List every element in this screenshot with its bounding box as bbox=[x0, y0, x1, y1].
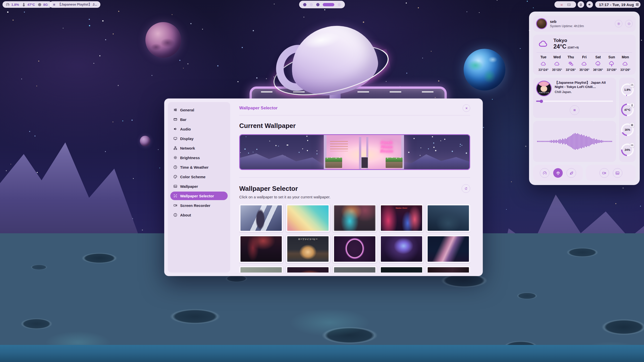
wallpaper-thumb-arcade-alley[interactable]: Game Over bbox=[380, 204, 423, 232]
leaf-icon bbox=[569, 171, 574, 175]
sidebar-item-wallpaper-selector[interactable]: Wallpaper Selector bbox=[170, 192, 228, 200]
wallpaper-thumb-pastel-gradient[interactable] bbox=[286, 204, 330, 232]
waveform-bar bbox=[589, 137, 590, 147]
apps-grid-icon bbox=[635, 3, 639, 6]
wallpaper-thumb-image bbox=[334, 267, 375, 273]
waveform-bar bbox=[543, 141, 544, 142]
wallpaper-thumb-nebula-forest[interactable] bbox=[380, 235, 423, 263]
close-button[interactable] bbox=[463, 104, 470, 112]
forecast-day-label: Thu bbox=[564, 55, 578, 59]
wallpaper-thumb-image bbox=[428, 205, 469, 231]
notifications-button[interactable] bbox=[578, 1, 584, 8]
waveform-bar bbox=[584, 135, 585, 148]
media-progress-slider[interactable] bbox=[536, 100, 613, 103]
waveform-bar bbox=[596, 139, 597, 144]
cloud-icon bbox=[537, 39, 550, 49]
palette-icon bbox=[173, 175, 177, 179]
sidebar-item-color-scheme[interactable]: Color Scheme bbox=[170, 172, 228, 181]
cloud-icon bbox=[541, 61, 546, 67]
workspace-2[interactable] bbox=[310, 3, 313, 6]
waveform-bar bbox=[565, 138, 566, 145]
settings-button[interactable] bbox=[615, 20, 622, 27]
monitor-icon bbox=[173, 137, 177, 141]
power-button[interactable] bbox=[625, 20, 633, 27]
speaker-icon bbox=[588, 3, 591, 6]
refresh-button[interactable] bbox=[462, 184, 470, 193]
wallpaper-thumb-dark-teal[interactable] bbox=[380, 266, 423, 273]
window-title: Wallpaper Selector bbox=[239, 106, 277, 111]
waveform-bar bbox=[550, 141, 551, 142]
wallpaper-thumb-grey-mist[interactable] bbox=[333, 266, 377, 273]
workspace-4[interactable] bbox=[323, 3, 334, 6]
media-title: 【Japanese Playlist】 Japan All Night - To… bbox=[555, 81, 613, 89]
settings-sidebar: GeneralBarAudioDisplayNetworkBrightnessT… bbox=[168, 102, 230, 273]
sidebar-item-wallpaper[interactable]: Wallpaper bbox=[170, 182, 228, 191]
sidebar-item-brightness[interactable]: Brightness bbox=[170, 153, 228, 162]
sidebar-item-time-weather[interactable]: Time & Weather bbox=[170, 163, 228, 171]
power-profile-power-saver-button[interactable] bbox=[567, 168, 576, 178]
wallpaper-thumb-snowy-castle[interactable] bbox=[426, 204, 470, 232]
surface-glow bbox=[289, 309, 370, 336]
waveform-bar bbox=[590, 138, 591, 145]
forecast-day-label: Sun bbox=[605, 55, 618, 59]
wallpaper-thumb-crimson-forest[interactable] bbox=[239, 235, 283, 263]
sidebar-item-label: Bar bbox=[180, 117, 186, 122]
sidebar-item-general[interactable]: General bbox=[170, 106, 228, 114]
system-stats-widget[interactable]: 1.8% 47°C 8G bbox=[3, 1, 52, 8]
workspace-3[interactable] bbox=[316, 3, 319, 6]
waveform-bar bbox=[548, 141, 549, 142]
workspaces-widget bbox=[299, 1, 345, 8]
wallpaper-button[interactable] bbox=[613, 168, 622, 178]
wallpaper-thumb-violet-ring[interactable] bbox=[333, 235, 377, 263]
waveform-bar bbox=[606, 141, 607, 142]
sidebar-item-display[interactable]: Display bbox=[170, 134, 228, 143]
waveform-bar bbox=[605, 141, 606, 142]
sidebar-item-bar[interactable]: Bar bbox=[170, 115, 228, 124]
wallpaper-grid: Game Overローファイコーヒー bbox=[239, 204, 470, 273]
forecast-day-thu: Thu33°/26° bbox=[564, 55, 578, 72]
preview-stars bbox=[240, 135, 240, 135]
photo-icon[interactable] bbox=[567, 3, 571, 7]
sidebar-item-audio[interactable]: Audio bbox=[170, 125, 228, 133]
sidebar-item-label: Screen Recorder bbox=[180, 203, 210, 208]
waveform-bar bbox=[541, 141, 542, 142]
settings-header: Wallpaper Selector bbox=[239, 104, 470, 113]
power-profile-performance-button[interactable] bbox=[540, 168, 549, 178]
current-wallpaper-preview: FreshMoonBeans bbox=[239, 134, 470, 170]
sidebar-item-about[interactable]: About bbox=[170, 211, 228, 219]
wallpaper-thumb-image bbox=[381, 236, 422, 262]
gauge-icon bbox=[631, 84, 633, 86]
sidebar-item-label: Wallpaper Selector bbox=[180, 194, 214, 198]
wallpaper-thumb-mesh-waves[interactable] bbox=[426, 235, 470, 263]
workspace-5[interactable] bbox=[338, 3, 341, 6]
gauge-icon bbox=[630, 83, 634, 87]
menu-board bbox=[361, 157, 368, 168]
claw-icon[interactable] bbox=[560, 3, 564, 7]
volume-button[interactable] bbox=[586, 1, 593, 8]
waveform-bar bbox=[591, 138, 592, 145]
avatar bbox=[536, 18, 547, 29]
system-tray bbox=[554, 1, 576, 8]
sidebar-item-network[interactable]: Network bbox=[170, 144, 228, 152]
play-pause-button[interactable] bbox=[570, 105, 579, 115]
media-chip[interactable]: 【Japanese Playlist】 J... bbox=[49, 1, 100, 8]
waveform-bar bbox=[611, 141, 612, 142]
sidebar-item-screen-recorder[interactable]: Screen Recorder bbox=[170, 201, 228, 210]
wallpaper-thumb-anime-crosswalk[interactable] bbox=[239, 204, 283, 232]
workspace-1[interactable] bbox=[303, 3, 306, 6]
slider-thumb[interactable] bbox=[540, 100, 543, 103]
power-icon bbox=[627, 22, 631, 25]
wallpaper-thumb-autumn-night[interactable] bbox=[286, 266, 330, 273]
screen-record-button[interactable] bbox=[599, 168, 609, 178]
wallpaper-thumb-sage-field[interactable] bbox=[239, 266, 283, 273]
wallpaper-thumb-neon-blur[interactable] bbox=[333, 204, 377, 232]
wallpaper-thumb-lofi-coffee-shop[interactable]: ローファイコーヒー bbox=[286, 235, 330, 263]
clock-widget[interactable]: 17:17 - Tue, 19 Aug bbox=[595, 1, 638, 8]
power-profile-balanced-button[interactable] bbox=[553, 168, 563, 178]
waveform-bar bbox=[556, 140, 557, 143]
rain-cloud-icon bbox=[595, 61, 601, 67]
wallpaper-thumb-plum-dusk[interactable] bbox=[426, 266, 470, 273]
dashboard-toggle-button[interactable] bbox=[634, 1, 640, 8]
selector-description: Click on a wallpaper to set it as your c… bbox=[239, 195, 470, 199]
wallpaper-thumb-image bbox=[334, 236, 375, 262]
